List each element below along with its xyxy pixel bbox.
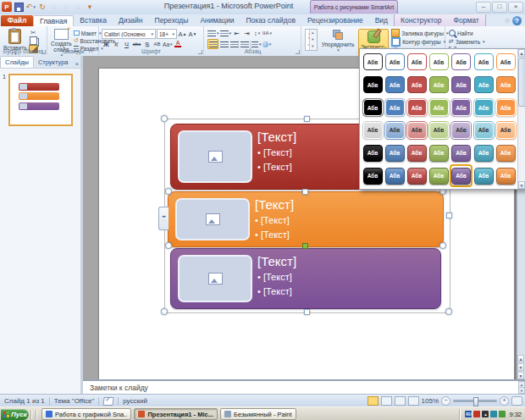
style-tile-r2-c2[interactable]: Абв [384,74,406,97]
text-direction-button[interactable]: ΙΙА▾ [262,29,272,37]
shape-bullet-placeholder[interactable]: [Текст] [257,271,435,284]
spellcheck-indicator[interactable] [99,397,119,406]
align-right-button[interactable] [229,40,239,48]
text-pane-toggle[interactable]: ◂▸⋯ [158,207,169,230]
slideshow-view-button[interactable] [408,396,419,406]
redo-button[interactable]: ↻ [37,2,47,12]
shape-handle-bottom-right[interactable] [439,242,446,249]
zoom-slider-thumb[interactable] [473,397,478,406]
picture-placeholder[interactable] [178,130,252,183]
app-icon[interactable]: P [2,2,12,12]
style-tile-r6-c3[interactable]: Абв [406,164,428,187]
gallery-scroll-down-icon[interactable]: ▼ [518,181,525,189]
language-indicator[interactable]: русский [119,397,152,406]
shape-title-placeholder[interactable]: [Текст] [255,196,438,213]
tray-icon-red[interactable] [473,411,480,417]
style-tile-r6-c6[interactable]: Абв [472,164,495,187]
tab-slides[interactable]: Слайды [0,56,34,68]
next-slide-icon[interactable]: ▼ [517,363,524,371]
character-spacing-button[interactable]: АВ [152,40,162,48]
shape-handle-bottom-left[interactable] [165,242,172,249]
style-tile-r2-c4[interactable]: Абв [428,74,450,97]
shape-handle-top-left[interactable] [165,188,172,195]
close-button[interactable]: × [508,2,523,13]
style-tile-r6-c1[interactable]: Абв [362,164,384,187]
theme-indicator[interactable]: Тема "Office" [50,397,100,406]
cut-button[interactable]: ✂ [29,28,38,36]
frame-handle-top[interactable] [304,116,310,122]
tab-рецензирование[interactable]: Рецензирование [301,15,369,26]
style-tile-r3-c7[interactable]: Абв [495,97,517,119]
help-button[interactable]: ? [512,16,522,25]
style-tile-r5-c5[interactable]: Абв [450,141,472,164]
style-tile-r5-c1[interactable]: Абв [362,141,384,164]
style-tile-r4-c4[interactable]: Абв [428,119,450,142]
style-tile-r6-c7[interactable]: Абв [495,164,517,187]
style-tile-r3-c1[interactable]: Абв [362,97,384,119]
minimize-button[interactable]: – [476,2,491,13]
font-name-select[interactable]: Calibri (Основно▾ [102,29,156,39]
frame-handle-bottom-left[interactable] [161,308,168,315]
italic-button[interactable]: К [112,40,121,48]
taskbar-window-3[interactable]: Безымянный - Paint [220,408,296,420]
style-tile-r5-c3[interactable]: Абв [406,141,428,164]
style-tile-r1-c4[interactable]: Абв [428,51,450,74]
style-tile-r5-c7[interactable]: Абв [495,141,517,164]
style-tile-r3-c2[interactable]: Абв [384,97,406,119]
numbering-button[interactable]: ▾ [220,29,232,37]
picture-placeholder[interactable] [178,255,252,302]
restore-button[interactable]: □ [492,2,507,13]
decrease-indent-button[interactable]: ⇤ [232,29,241,37]
tray-icon-arrow[interactable]: ▲ [482,411,489,417]
shape-handle-top[interactable] [302,189,308,195]
shape-outline-button[interactable]: Контур фигуры▾ [391,38,448,45]
frame-handle-right[interactable] [446,213,452,218]
increase-indent-button[interactable]: ⇥ [242,29,251,37]
change-case-button[interactable]: Аа▾ [163,40,173,48]
tab-переходы[interactable]: Переходы [149,15,195,26]
font-size-select[interactable]: 18+▾ [157,29,177,39]
tab-анимации[interactable]: Анимации [194,15,240,26]
frame-handle-bottom-right[interactable] [445,308,452,315]
tray-icon-green[interactable] [499,411,506,417]
style-tile-r3-c5[interactable]: Абв [450,97,472,119]
style-tile-r6-c4[interactable]: Абв [428,164,450,187]
shape-fill-button[interactable]: Заливка фигуры▾ [391,30,448,36]
style-tile-r6-c2[interactable]: Абв [384,164,406,187]
frame-handle-bottom[interactable] [304,309,310,315]
gallery-scroll-up-icon[interactable]: ▲ [518,49,525,57]
insert-picture-icon[interactable] [206,213,220,225]
context-tab-формат[interactable]: Формат [448,15,485,26]
style-tile-r1-c5[interactable]: Абв [450,51,472,74]
style-tile-r3-c3[interactable]: Абв [406,97,428,119]
file-tab[interactable]: Файл [1,15,33,26]
shape-bullet-placeholder[interactable]: [Текст] [255,214,438,227]
style-tile-r2-c3[interactable]: Абв [406,74,428,97]
zoom-in-button[interactable]: + [500,396,509,406]
shrink-font-button[interactable]: А▼ [188,30,197,38]
style-tile-r1-c7[interactable]: Абв [495,51,517,74]
normal-view-button[interactable] [368,396,379,406]
start-button[interactable]: Пуск [1,409,29,420]
style-tile-r4-c2[interactable]: Абв [384,119,406,142]
language-tray-icon[interactable]: RU [465,411,472,417]
zoom-slider[interactable] [453,400,497,402]
style-tile-r4-c1[interactable]: Абв [362,119,384,142]
gallery-scrollbar[interactable]: ▲ ▼ [517,49,525,189]
slide-sorter-view-button[interactable] [381,396,392,406]
style-tile-r3-c4[interactable]: Абв [428,97,450,119]
style-tile-r2-c5[interactable]: Абв [450,74,472,97]
paragraph-dialog-launcher[interactable] [296,50,300,54]
shape-bullet-placeholder[interactable]: [Текст] [255,229,438,241]
style-tile-r2-c1[interactable]: Абв [362,74,384,97]
tab-вид[interactable]: Вид [369,15,394,26]
gallery-scroll-thumb[interactable] [518,58,525,107]
frame-handle-top-left[interactable] [161,115,168,122]
style-tile-r2-c7[interactable]: Абв [495,74,517,97]
style-tile-r6-c5[interactable]: Абв [450,164,472,187]
taskbar-window-2[interactable]: Презентация1 - Mic... [134,408,218,420]
style-tile-r1-c2[interactable]: Абв [384,51,406,74]
previous-slide-icon[interactable]: ▲ [517,355,524,362]
style-tile-r4-c6[interactable]: Абв [472,119,495,142]
style-tile-r1-c1[interactable]: Абв [362,51,384,74]
